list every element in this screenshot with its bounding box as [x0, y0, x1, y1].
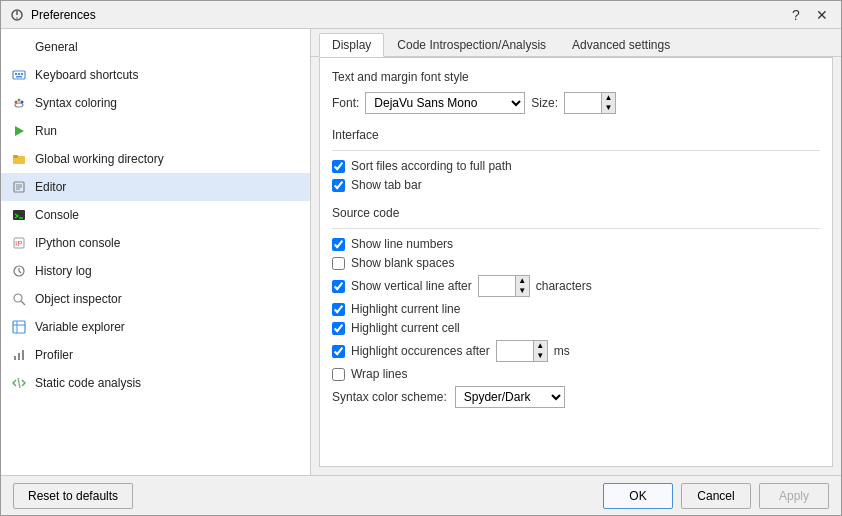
vertical-line-input[interactable]: 66 [479, 276, 515, 296]
wrap-lines-row: Wrap lines [332, 367, 820, 381]
show-blank-spaces-label: Show blank spaces [351, 256, 454, 270]
show-line-numbers-checkbox[interactable] [332, 238, 345, 251]
sidebar-item-editor[interactable]: Editor [1, 173, 310, 201]
svg-rect-4 [15, 73, 17, 75]
interface-section: Interface Sort files according to full p… [332, 128, 820, 192]
sidebar-item-run[interactable]: Run [1, 117, 310, 145]
occurrences-suffix: ms [554, 344, 570, 358]
sidebar-item-label-ipython: IPython console [35, 236, 120, 250]
size-label: Size: [531, 96, 558, 110]
svg-point-2 [16, 17, 18, 19]
show-vertical-line-label: Show vertical line after [351, 279, 472, 293]
interface-section-title: Interface [332, 128, 820, 142]
terminal-icon [11, 207, 27, 223]
window-icon [9, 7, 25, 23]
wrap-lines-label: Wrap lines [351, 367, 407, 381]
title-bar-buttons: ? ✕ [785, 4, 833, 26]
color-scheme-row: Syntax color scheme: Spyder/Dark [332, 386, 820, 408]
svg-line-25 [21, 301, 25, 305]
vertical-line-spinner: 66 ▲ ▼ [478, 275, 530, 297]
play-icon [11, 123, 27, 139]
occurrences-spin-buttons: ▲ ▼ [533, 341, 547, 361]
size-input[interactable]: 10 [565, 93, 601, 113]
sidebar-item-label-variable: Variable explorer [35, 320, 125, 334]
sort-files-checkbox[interactable] [332, 160, 345, 173]
sidebar-item-label-editor: Editor [35, 180, 66, 194]
occurrences-input[interactable]: 1500 [497, 341, 533, 361]
show-tab-bar-label: Show tab bar [351, 178, 422, 192]
sidebar-item-object[interactable]: Object inspector [1, 285, 310, 313]
sidebar-item-directory[interactable]: Global working directory [1, 145, 310, 173]
sidebar-item-ipython[interactable]: IPIPython console [1, 229, 310, 257]
sidebar-item-variable[interactable]: Variable explorer [1, 313, 310, 341]
sidebar-item-history[interactable]: History log [1, 257, 310, 285]
tabs: DisplayCode Introspection/AnalysisAdvanc… [311, 29, 841, 57]
highlight-occurrences-label: Highlight occurences after [351, 344, 490, 358]
tab-advanced[interactable]: Advanced settings [559, 33, 683, 56]
vertical-line-up-button[interactable]: ▲ [515, 276, 529, 286]
sidebar: GeneralKeyboard shortcutsSyntax coloring… [1, 29, 311, 475]
tab-introspection[interactable]: Code Introspection/Analysis [384, 33, 559, 56]
sidebar-item-label-object: Object inspector [35, 292, 122, 306]
cancel-button[interactable]: Cancel [681, 483, 751, 509]
font-select[interactable]: DejaVu Sans Mono [365, 92, 525, 114]
title-bar: Preferences ? ✕ [1, 1, 841, 29]
table-icon [11, 319, 27, 335]
edit-icon [11, 179, 27, 195]
sidebar-item-label-static: Static code analysis [35, 376, 141, 390]
show-tab-bar-row: Show tab bar [332, 178, 820, 192]
size-down-button[interactable]: ▼ [601, 103, 615, 113]
sidebar-item-keyboard[interactable]: Keyboard shortcuts [1, 61, 310, 89]
highlight-line-checkbox[interactable] [332, 303, 345, 316]
code-icon [11, 375, 27, 391]
bottom-bar-left: Reset to defaults [13, 483, 595, 509]
wrap-lines-checkbox[interactable] [332, 368, 345, 381]
help-button[interactable]: ? [785, 4, 807, 26]
highlight-line-row: Highlight current line [332, 302, 820, 316]
vertical-line-down-button[interactable]: ▼ [515, 286, 529, 296]
show-blank-spaces-row: Show blank spaces [332, 256, 820, 270]
highlight-occurrences-checkbox[interactable] [332, 345, 345, 358]
bottom-bar: Reset to defaults OK Cancel Apply [1, 475, 841, 515]
show-vertical-line-checkbox[interactable] [332, 280, 345, 293]
folder-icon [11, 151, 27, 167]
svg-rect-14 [13, 155, 18, 158]
size-up-button[interactable]: ▲ [601, 93, 615, 103]
sidebar-item-syntax[interactable]: Syntax coloring [1, 89, 310, 117]
svg-rect-26 [13, 321, 25, 333]
sidebar-item-general[interactable]: General [1, 33, 310, 61]
history-icon [11, 263, 27, 279]
interface-divider [332, 150, 820, 151]
highlight-cell-row: Highlight current cell [332, 321, 820, 335]
sort-files-row: Sort files according to full path [332, 159, 820, 173]
occurrences-spinner: 1500 ▲ ▼ [496, 340, 548, 362]
color-scheme-select[interactable]: Spyder/Dark [455, 386, 565, 408]
show-tab-bar-checkbox[interactable] [332, 179, 345, 192]
highlight-cell-checkbox[interactable] [332, 322, 345, 335]
sidebar-item-static[interactable]: Static code analysis [1, 369, 310, 397]
occurrences-down-button[interactable]: ▼ [533, 351, 547, 361]
sidebar-item-profiler[interactable]: Profiler [1, 341, 310, 369]
font-section: Text and margin font style Font: DejaVu … [332, 70, 820, 114]
occurrences-up-button[interactable]: ▲ [533, 341, 547, 351]
apply-button[interactable]: Apply [759, 483, 829, 509]
ok-button[interactable]: OK [603, 483, 673, 509]
close-button[interactable]: ✕ [811, 4, 833, 26]
show-blank-spaces-checkbox[interactable] [332, 257, 345, 270]
svg-line-32 [18, 378, 20, 388]
color-scheme-label: Syntax color scheme: [332, 390, 447, 404]
highlight-cell-label: Highlight current cell [351, 321, 460, 335]
keyboard-icon [11, 67, 27, 83]
vertical-line-spin-buttons: ▲ ▼ [515, 276, 529, 296]
gear-icon [11, 39, 27, 55]
main-content: GeneralKeyboard shortcutsSyntax coloring… [1, 29, 841, 475]
tab-display[interactable]: Display [319, 33, 384, 57]
sidebar-item-label-directory: Global working directory [35, 152, 164, 166]
sidebar-item-console[interactable]: Console [1, 201, 310, 229]
reset-button[interactable]: Reset to defaults [13, 483, 133, 509]
sidebar-item-label-run: Run [35, 124, 57, 138]
sidebar-item-label-history: History log [35, 264, 92, 278]
svg-text:IP: IP [15, 239, 23, 248]
source-code-divider [332, 228, 820, 229]
svg-rect-6 [21, 73, 23, 75]
